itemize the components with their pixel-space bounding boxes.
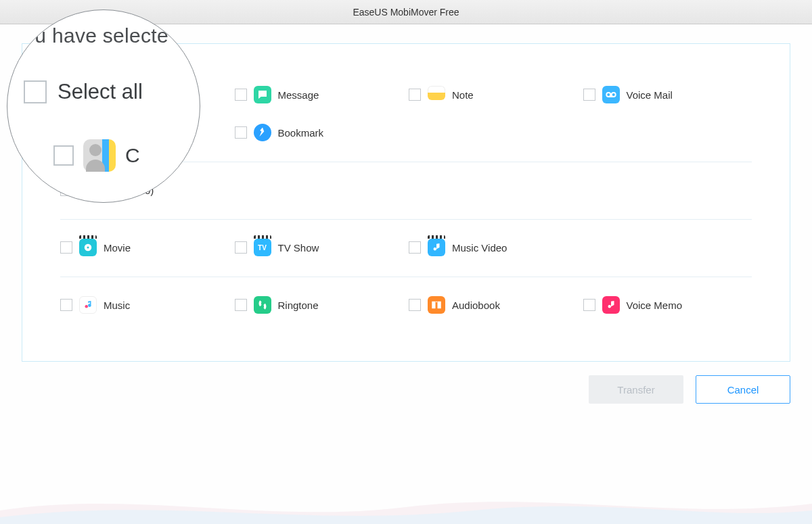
note-icon — [428, 86, 445, 103]
label-bookmark: Bookmark — [278, 127, 324, 139]
transfer-button-label: Transfer — [617, 384, 654, 396]
item-message[interactable]: Message — [235, 86, 404, 103]
section-videos: Movie TV TV Show Music Vi — [60, 239, 752, 277]
workspace: Select all Message — [0, 24, 812, 524]
item-voice-memo[interactable]: Voice Memo — [583, 296, 752, 314]
item-music-video[interactable]: Music Video — [409, 239, 578, 256]
divider — [60, 219, 752, 220]
ringtone-icon — [254, 296, 271, 314]
magnifier-select-all-row[interactable]: Select all — [24, 80, 187, 104]
voice-memo-icon — [602, 296, 620, 314]
label-movie: Movie — [104, 242, 131, 254]
action-row: Transfer Cancel — [22, 375, 790, 404]
magnifier-select-all-label: Select all — [58, 80, 143, 104]
checkbox-music[interactable] — [60, 299, 72, 311]
checkbox-voice-mail[interactable] — [583, 89, 595, 101]
checkbox-voice-memo[interactable] — [583, 299, 595, 311]
voice-mail-icon — [602, 86, 620, 103]
checkbox-message[interactable] — [235, 89, 247, 101]
audiobook-icon — [428, 296, 445, 314]
music-icon — [79, 296, 97, 314]
transfer-button[interactable]: Transfer — [589, 375, 683, 404]
divider — [60, 277, 752, 277]
movie-icon — [79, 239, 97, 256]
checkbox-audiobook[interactable] — [409, 299, 421, 311]
label-tv-show: TV Show — [278, 242, 319, 254]
tv-show-icon: TV — [254, 239, 271, 256]
label-note: Note — [452, 89, 474, 101]
item-ringtone[interactable]: Ringtone — [235, 296, 404, 314]
label-ringtone: Ringtone — [278, 300, 319, 311]
cancel-button[interactable]: Cancel — [696, 375, 790, 404]
section-audio: Music Ringtone Audiobook — [60, 296, 752, 334]
checkbox-movie[interactable] — [60, 241, 72, 254]
svg-point-6 — [87, 247, 89, 249]
checkbox-ringtone[interactable] — [235, 299, 247, 311]
music-video-icon — [428, 239, 445, 256]
magnifier-select-all-checkbox[interactable] — [24, 80, 47, 103]
label-audiobook: Audiobook — [452, 300, 500, 311]
label-voice-memo: Voice Memo — [627, 300, 683, 311]
item-audiobook[interactable]: Audiobook — [409, 296, 578, 314]
checkbox-bookmark[interactable] — [235, 126, 247, 139]
magnifier-header-text: ɔu have selecte — [24, 24, 187, 47]
item-music[interactable]: Music — [60, 296, 229, 314]
magnifier-contact-initial: C — [125, 144, 140, 167]
magnifier-contact-checkbox[interactable] — [53, 145, 74, 166]
label-music-video: Music Video — [452, 242, 507, 254]
checkbox-note[interactable] — [409, 89, 421, 101]
window-title: EaseUS MobiMover Free — [353, 7, 459, 18]
message-icon — [254, 86, 271, 103]
magnifier-contact-row[interactable]: C — [24, 139, 187, 172]
magnifier-contact-icon — [83, 139, 116, 172]
checkbox-tv-show[interactable] — [235, 241, 247, 254]
cancel-button-label: Cancel — [727, 384, 759, 396]
checkbox-music-video[interactable] — [409, 241, 421, 254]
label-voice-mail: Voice Mail — [627, 89, 673, 101]
label-message: Message — [278, 89, 319, 101]
item-movie[interactable]: Movie — [60, 239, 229, 256]
magnifier-callout: ɔu have selecte Select all C — [7, 9, 200, 203]
item-bookmark[interactable]: Bookmark — [235, 124, 404, 141]
section-photos: Photo(210) — [60, 181, 752, 219]
label-music: Music — [104, 300, 130, 311]
wave-decoration — [0, 483, 812, 524]
item-voice-mail[interactable]: Voice Mail — [583, 86, 752, 103]
bookmark-icon — [254, 124, 271, 141]
item-note[interactable]: Note — [409, 86, 578, 103]
item-tv-show[interactable]: TV TV Show — [235, 239, 404, 256]
